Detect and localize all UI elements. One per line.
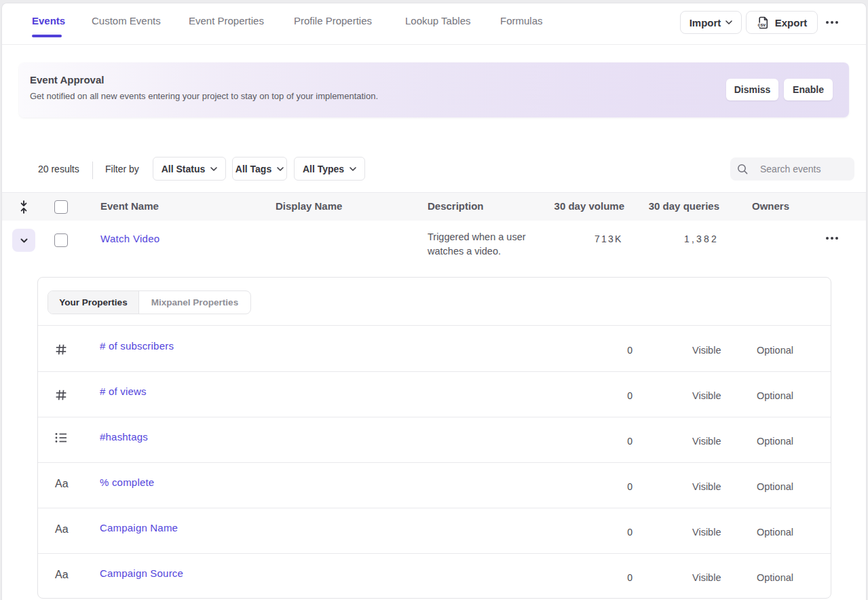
svg-text:csv: csv	[757, 22, 766, 27]
